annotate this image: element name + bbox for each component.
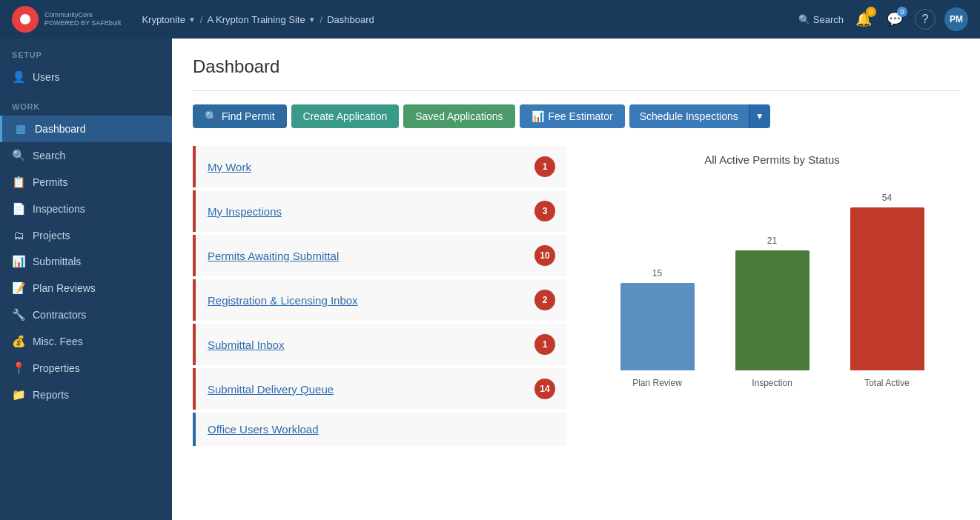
work-item-my-inspections[interactable]: My Inspections 3 xyxy=(193,190,567,232)
breadcrumb-site[interactable]: A Krypton Training Site ▼ xyxy=(207,14,315,25)
sidebar-item-submittals[interactable]: 📊 Submittals xyxy=(0,248,172,275)
work-item-my-work[interactable]: My Work 1 xyxy=(193,146,567,187)
work-list: My Work 1 My Inspections 3 Permits Await… xyxy=(193,146,567,449)
plan-reviews-icon: 📝 xyxy=(12,281,25,295)
nav-search-btn[interactable]: 🔍 Search xyxy=(798,14,844,25)
breadcrumb-page: Dashboard xyxy=(327,14,374,25)
sidebar-item-search-label: Search xyxy=(33,150,65,161)
sidebar-item-dashboard[interactable]: ▦ Dashboard xyxy=(0,116,172,142)
logo-icon xyxy=(12,6,39,33)
breadcrumb-sep2: / xyxy=(320,14,323,25)
avatar[interactable]: PM xyxy=(944,7,968,31)
my-work-link[interactable]: My Work xyxy=(208,161,251,173)
bar-value-total-active: 54 xyxy=(882,193,892,203)
my-inspections-link[interactable]: My Inspections xyxy=(208,205,282,218)
search-sidebar-icon: 🔍 xyxy=(12,149,25,162)
bar-inspection xyxy=(735,250,810,370)
bar-chart: 15 Plan Review 21 Inspection 54 Total Ac… xyxy=(585,181,959,388)
my-work-badge: 1 xyxy=(534,156,555,177)
fee-estimator-button[interactable]: 📊 Fee Estimator xyxy=(520,104,625,128)
bar-label-plan-review: Plan Review xyxy=(632,378,682,388)
permits-icon: 📋 xyxy=(12,176,25,189)
chat-btn[interactable]: 💬 0 xyxy=(884,8,906,30)
dashboard-icon: ▦ xyxy=(14,122,27,136)
bar-label-total-active: Total Active xyxy=(864,378,910,388)
logo-area[interactable]: CommunityCore POWERED BY SAFEbuilt xyxy=(12,6,121,33)
users-icon: 👤 xyxy=(12,70,25,84)
reports-icon: 📁 xyxy=(12,388,25,401)
work-item-office-users[interactable]: Office Users Workload xyxy=(193,413,567,446)
bar-label-inspection: Inspection xyxy=(752,378,792,388)
submittal-delivery-link[interactable]: Submittal Delivery Queue xyxy=(208,383,334,396)
notification-bell-btn[interactable]: 🔔 0 xyxy=(852,8,875,30)
sidebar-item-users[interactable]: 👤 Users xyxy=(0,64,172,90)
main-layout: SETUP 👤 Users WORK ▦ Dashboard 🔍 Search … xyxy=(0,39,980,520)
bar-plan-review xyxy=(620,283,695,370)
sidebar-item-permits[interactable]: 📋 Permits xyxy=(0,169,172,196)
find-permit-button[interactable]: 🔍 Find Permit xyxy=(193,104,287,128)
divider xyxy=(193,90,959,91)
inspections-icon: 📄 xyxy=(12,202,25,216)
bar-group-total-active: 54 Total Active xyxy=(830,193,944,388)
sidebar-item-misc-fees-label: Misc. Fees xyxy=(33,336,83,347)
misc-fees-icon: 💰 xyxy=(12,335,25,348)
work-item-submittal-inbox[interactable]: Submittal Inbox 1 xyxy=(193,324,567,365)
permits-awaiting-link[interactable]: Permits Awaiting Submittal xyxy=(208,250,339,262)
help-btn[interactable]: ? xyxy=(915,9,936,30)
nav-right: 🔍 Search 🔔 0 💬 0 ? PM xyxy=(798,7,968,31)
dashboard-grid: My Work 1 My Inspections 3 Permits Await… xyxy=(193,146,959,449)
breadcrumb-org[interactable]: Kryptonite ▼ xyxy=(142,14,195,25)
contractors-icon: 🔧 xyxy=(12,308,25,321)
chart-title: All Active Permits by Status xyxy=(585,153,959,166)
sidebar-item-reports-label: Reports xyxy=(33,389,69,401)
breadcrumb-site-arrow: ▼ xyxy=(308,16,316,24)
office-users-link[interactable]: Office Users Workload xyxy=(208,423,319,436)
toolbar: 🔍 Find Permit Create Application Saved A… xyxy=(193,104,959,128)
work-item-submittal-delivery[interactable]: Submittal Delivery Queue 14 xyxy=(193,368,567,410)
properties-icon: 📍 xyxy=(12,361,25,375)
sidebar-item-misc-fees[interactable]: 💰 Misc. Fees xyxy=(0,328,172,355)
bar-group-plan-review: 15 Plan Review xyxy=(600,268,715,388)
sidebar-item-plan-reviews[interactable]: 📝 Plan Reviews xyxy=(0,275,172,301)
schedule-inspections-button[interactable]: Schedule Inspections xyxy=(629,104,749,128)
chart-area: All Active Permits by Status 15 Plan Rev… xyxy=(585,146,959,396)
sidebar-item-inspections-label: Inspections xyxy=(33,203,85,215)
registration-licensing-badge: 2 xyxy=(534,290,555,310)
bar-value-plan-review: 15 xyxy=(652,268,662,279)
create-application-button[interactable]: Create Application xyxy=(291,104,400,128)
registration-licensing-link[interactable]: Registration & Licensing Inbox xyxy=(208,294,358,307)
my-inspections-badge: 3 xyxy=(534,201,555,221)
submittal-inbox-link[interactable]: Submittal Inbox xyxy=(208,339,284,351)
sidebar-item-inspections[interactable]: 📄 Inspections xyxy=(0,196,172,222)
logo-text: CommunityCore POWERED BY SAFEbuilt xyxy=(44,11,121,27)
submittal-delivery-badge: 14 xyxy=(534,379,555,399)
setup-section-label: SETUP xyxy=(0,39,172,64)
sidebar-item-contractors[interactable]: 🔧 Contractors xyxy=(0,301,172,328)
breadcrumb-org-arrow: ▼ xyxy=(188,16,196,24)
projects-icon: 🗂 xyxy=(12,229,25,241)
bar-total-active xyxy=(850,207,924,370)
search-icon: 🔍 xyxy=(798,14,810,25)
sidebar-item-submittals-label: Submittals xyxy=(33,256,81,267)
work-item-registration-licensing[interactable]: Registration & Licensing Inbox 2 xyxy=(193,279,567,321)
sidebar-item-projects[interactable]: 🗂 Projects xyxy=(0,222,172,248)
sidebar-item-properties-label: Properties xyxy=(33,362,80,374)
bar-value-inspection: 21 xyxy=(767,236,777,246)
dropdown-arrow-icon: ▼ xyxy=(755,111,764,121)
saved-applications-button[interactable]: Saved Applications xyxy=(403,104,514,128)
schedule-inspections-dropdown-btn[interactable]: ▼ xyxy=(749,104,770,128)
find-permit-search-icon: 🔍 xyxy=(205,110,217,122)
permits-awaiting-badge: 10 xyxy=(534,245,555,266)
work-item-permits-awaiting[interactable]: Permits Awaiting Submittal 10 xyxy=(193,235,567,276)
sidebar-item-dashboard-label: Dashboard xyxy=(35,123,86,135)
chat-badge: 0 xyxy=(897,7,907,17)
sidebar-item-search[interactable]: 🔍 Search xyxy=(0,142,172,169)
work-section-label: WORK xyxy=(0,90,172,116)
breadcrumb-sep1: / xyxy=(200,14,203,25)
bell-badge: 0 xyxy=(866,7,876,17)
sidebar-item-properties[interactable]: 📍 Properties xyxy=(0,355,172,381)
sidebar-item-projects-label: Projects xyxy=(33,230,70,241)
sidebar-item-reports[interactable]: 📁 Reports xyxy=(0,381,172,408)
top-nav: CommunityCore POWERED BY SAFEbuilt Krypt… xyxy=(0,0,980,39)
fee-estimator-icon: 📊 xyxy=(532,110,544,122)
